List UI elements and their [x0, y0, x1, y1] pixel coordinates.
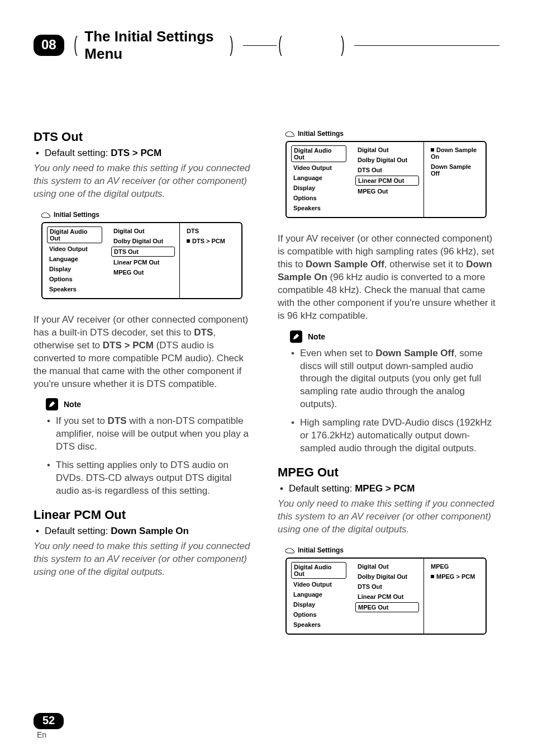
settings-nav-item: Video Output	[47, 244, 102, 253]
settings-sub-item: Digital Out	[355, 145, 419, 154]
text-bold: DTS > PCM	[103, 340, 154, 351]
settings-nav-item: Options	[291, 193, 346, 202]
settings-sub-item: Dolby Digital Out	[355, 572, 419, 581]
default-label: Default setting:	[45, 148, 111, 158]
paren-close-icon: )	[341, 34, 345, 55]
settings-title: Initial Settings	[54, 211, 99, 219]
cloud-icon	[285, 131, 294, 136]
settings-nav-item: Video Output	[291, 580, 346, 589]
note-header: Note	[290, 330, 499, 343]
page-footer: 52 En	[34, 713, 64, 739]
page-language: En	[37, 730, 64, 739]
settings-nav-item: Language	[291, 173, 346, 182]
text-bold: DTS	[194, 327, 213, 338]
default-value: Down Sample On	[111, 526, 189, 536]
page-header: 08 ( The Initial Settings Menu ) ( )	[34, 34, 499, 57]
settings-value-item: MPEG	[429, 562, 481, 571]
settings-sub-item: Linear PCM Out	[355, 176, 419, 186]
right-column: Initial Settings Digital Audio OutVideo …	[278, 130, 499, 649]
default-label: Default setting:	[45, 526, 111, 536]
note-label: Note	[64, 400, 81, 409]
text: High sampling rate DVD-Audio discs (192k…	[300, 417, 492, 453]
settings-nav-item: Digital Audio Out	[291, 562, 346, 579]
settings-nav-item: Display	[291, 600, 346, 609]
default-value: MPEG > PCM	[355, 483, 415, 494]
settings-nav-item: Digital Audio Out	[291, 145, 346, 162]
settings-sub-item: Digital Out	[355, 562, 419, 571]
settings-value-item: Down Sample Off	[429, 162, 481, 178]
settings-value-item: DTS > PCM	[184, 237, 237, 245]
settings-nav-item: Display	[47, 264, 102, 273]
settings-sub-item: Digital Out	[111, 226, 175, 235]
dts-out-body: If your AV receiver (or other connected …	[34, 314, 255, 391]
list-item: Even when set to Down Sample Off, some d…	[300, 347, 499, 412]
header-decoration: ( )	[243, 35, 499, 56]
default-value: DTS > PCM	[111, 148, 161, 158]
settings-nav-item: Speakers	[291, 204, 346, 212]
linear-pcm-out-heading: Linear PCM Out	[34, 508, 255, 522]
paren-close-icon: )	[230, 34, 233, 55]
settings-title: Initial Settings	[298, 130, 344, 138]
text-bold: DTS	[108, 415, 127, 426]
linear-pcm-out-intro: You only need to make this setting if yo…	[34, 540, 255, 579]
settings-nav-item: Video Output	[291, 163, 346, 172]
settings-sub-item: Linear PCM Out	[355, 592, 419, 601]
dts-out-intro: You only need to make this setting if yo…	[34, 162, 255, 201]
text-bold: Down Sample Off	[306, 259, 384, 270]
mpeg-out-intro: You only need to make this setting if yo…	[278, 498, 499, 536]
page-number-badge: 52	[34, 713, 64, 729]
settings-nav-item: Speakers	[47, 285, 102, 294]
cloud-icon	[285, 547, 294, 553]
settings-sub-item: Dolby Digital Out	[111, 237, 175, 245]
text: This setting applies only to DTS audio o…	[56, 460, 232, 496]
paren-open-icon: (	[74, 34, 77, 55]
dts-out-default: Default setting: DTS > PCM	[34, 148, 255, 159]
dts-out-heading: DTS Out	[34, 130, 255, 144]
pencil-icon	[46, 398, 58, 410]
settings-nav-item: Display	[291, 183, 346, 192]
settings-nav-item: Options	[47, 275, 102, 284]
default-label: Default setting:	[289, 483, 355, 494]
settings-nav-item: Speakers	[291, 620, 346, 629]
settings-sub-item: MPEG Out	[355, 602, 419, 612]
text: If your AV receiver (or other connected …	[34, 314, 248, 338]
chapter-number-badge: 08	[34, 35, 64, 56]
settings-nav-item: Language	[47, 254, 102, 263]
dts-note-list: If you set to DTS with a non-DTS compati…	[34, 415, 255, 498]
settings-sub-item: DTS Out	[355, 166, 419, 174]
settings-value-item: Down Sample On	[429, 145, 481, 161]
mpeg-out-default: Default setting: MPEG > PCM	[278, 483, 499, 494]
list-item: This setting applies only to DTS audio o…	[56, 459, 255, 498]
cloud-icon	[41, 212, 50, 218]
paren-open-icon: (	[278, 34, 282, 55]
list-item: High sampling rate DVD-Audio discs (192k…	[300, 417, 499, 455]
settings-sub-item: MPEG Out	[355, 187, 419, 196]
square-marker-icon	[431, 575, 434, 578]
linear-pcm-out-default: Default setting: Down Sample On	[34, 526, 255, 537]
text: Even when set to	[300, 348, 375, 358]
settings-nav-item: Language	[291, 590, 346, 599]
square-marker-icon	[187, 239, 190, 243]
settings-value-item: MPEG > PCM	[429, 572, 481, 581]
linear-note-list: Even when set to Down Sample Off, some d…	[278, 347, 499, 456]
settings-sub-item: Linear PCM Out	[111, 258, 175, 267]
pencil-icon	[290, 330, 302, 343]
settings-sub-item: MPEG Out	[111, 268, 175, 277]
text: If you set to	[56, 415, 108, 426]
settings-sub-item: DTS Out	[355, 582, 419, 591]
settings-sub-item: Dolby Digital Out	[355, 155, 419, 164]
note-label: Note	[308, 332, 325, 341]
note-header: Note	[46, 398, 255, 410]
settings-sub-item: DTS Out	[111, 247, 175, 257]
settings-screen-dts: Initial Settings Digital Audio OutVideo …	[41, 211, 242, 299]
chapter-title: The Initial Settings Menu	[84, 28, 222, 63]
settings-value-item: DTS	[184, 226, 237, 235]
square-marker-icon	[431, 148, 434, 152]
settings-nav-item: Options	[291, 610, 346, 619]
linear-body: If your AV receiver (or other connected …	[278, 233, 499, 323]
text: , otherwise set it to	[384, 259, 466, 270]
settings-screen-mpeg: Initial Settings Digital Audio OutVideo …	[285, 546, 487, 635]
settings-screen-linear: Initial Settings Digital Audio OutVideo …	[285, 130, 487, 218]
list-item: If you set to DTS with a non-DTS compati…	[56, 415, 255, 453]
mpeg-out-heading: MPEG Out	[278, 465, 499, 480]
